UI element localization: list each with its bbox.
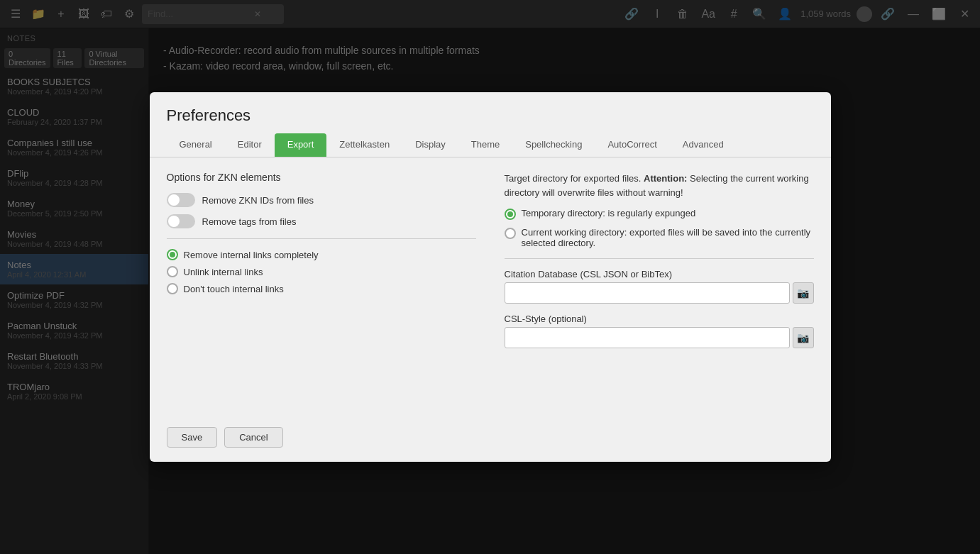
modal-title: Preferences — [150, 92, 831, 133]
radio-row-working-dir: Current working directory: exported file… — [505, 227, 814, 248]
csl-input[interactable] — [505, 327, 790, 348]
tab-general[interactable]: General — [167, 133, 225, 157]
tab-theme[interactable]: Theme — [458, 133, 512, 157]
toggle-tags-label: Remove tags from files — [202, 216, 297, 227]
modal-footer: Save Cancel — [150, 427, 831, 462]
radio-working-dir[interactable] — [505, 228, 516, 239]
attention-label: Attention: — [644, 173, 687, 184]
tab-autocorrect[interactable]: AutoCorrect — [595, 133, 669, 157]
divider-1 — [167, 238, 476, 239]
csl-browse-btn[interactable]: 📷 — [793, 327, 814, 348]
radio-row-no-touch: Don't touch internal links — [167, 283, 476, 294]
csl-field-group: CSL-Style (optional) 📷 — [505, 314, 814, 348]
preferences-modal: Preferences General Editor Export Zettel… — [150, 92, 831, 462]
toggle-row-zkn-ids: Remove ZKN IDs from files — [167, 193, 476, 207]
modal-right-panel: Target directory for exported files. Att… — [505, 172, 814, 413]
citation-input[interactable] — [505, 282, 790, 304]
radio-unlink-label: Unlink internal links — [184, 267, 263, 277]
radio-no-touch-label: Don't touch internal links — [184, 284, 284, 294]
toggle-row-tags: Remove tags from files — [167, 214, 476, 228]
radio-temp-dir[interactable] — [505, 209, 516, 220]
citation-field-group: Citation Database (CSL JSON or BibTex) 📷 — [505, 269, 814, 304]
radio-row-remove-links: Remove internal links completely — [167, 249, 476, 260]
toggle-zkn-ids[interactable] — [167, 193, 195, 207]
radio-unlink[interactable] — [167, 266, 178, 277]
save-button[interactable]: Save — [167, 427, 218, 448]
csl-input-row: 📷 — [505, 327, 814, 348]
radio-row-unlink: Unlink internal links — [167, 266, 476, 277]
tab-export[interactable]: Export — [275, 133, 327, 157]
radio-remove-links-label: Remove internal links completely — [184, 250, 319, 260]
toggle-zkn-ids-label: Remove ZKN IDs from files — [202, 195, 314, 206]
tab-spellchecking[interactable]: Spellchecking — [512, 133, 595, 157]
toggle-tags[interactable] — [167, 214, 195, 228]
tab-display[interactable]: Display — [402, 133, 458, 157]
radio-row-temp-dir: Temporary directory: is regularly expung… — [505, 208, 814, 220]
cancel-button[interactable]: Cancel — [224, 427, 282, 448]
target-info: Target directory for exported files. Att… — [505, 172, 814, 199]
radio-working-dir-label: Current working directory: exported file… — [522, 227, 814, 248]
divider-2 — [505, 258, 814, 259]
modal-body: Options for ZKN elements Remove ZKN IDs … — [150, 157, 831, 427]
citation-input-row: 📷 — [505, 282, 814, 304]
radio-no-touch[interactable] — [167, 283, 178, 294]
csl-label: CSL-Style (optional) — [505, 314, 814, 324]
modal-overlay: Preferences General Editor Export Zettel… — [0, 0, 980, 554]
tab-zettelkasten[interactable]: Zettelkasten — [326, 133, 402, 157]
tab-editor[interactable]: Editor — [225, 133, 275, 157]
radio-remove-links[interactable] — [167, 249, 178, 260]
citation-browse-btn[interactable]: 📷 — [793, 282, 814, 304]
target-text-prefix: Target directory for exported files. — [505, 173, 642, 184]
modal-tabs: General Editor Export Zettelkasten Displ… — [150, 133, 831, 157]
radio-temp-dir-label: Temporary directory: is regularly expung… — [522, 208, 696, 218]
modal-left-panel: Options for ZKN elements Remove ZKN IDs … — [167, 172, 476, 413]
tab-advanced[interactable]: Advanced — [670, 133, 737, 157]
options-section-title: Options for ZKN elements — [167, 172, 476, 183]
citation-label: Citation Database (CSL JSON or BibTex) — [505, 269, 814, 279]
